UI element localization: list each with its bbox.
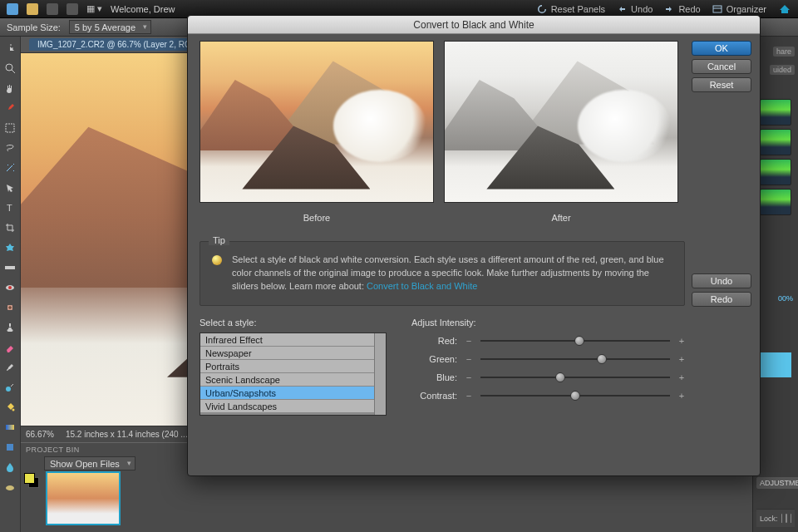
style-option[interactable]: Urban/Snapshots [200,387,386,400]
tip-text: Select a style of black and white conver… [232,254,672,293]
reset-button[interactable]: Reset [692,77,751,92]
minus-icon[interactable]: − [466,354,472,364]
print-icon[interactable] [66,3,78,15]
healing-tool-icon[interactable] [2,299,18,316]
style-option[interactable]: Vivid Landscapes [200,400,386,413]
svg-rect-4 [6,124,14,132]
project-bin-filter[interactable]: Show Open Files [44,456,135,470]
undo-button[interactable]: Undo [617,4,653,14]
style-option[interactable]: Infrared Effect [200,333,386,347]
layout-switch[interactable]: ▦ ▾ [86,3,102,14]
dialog-redo-button[interactable]: Redo [692,292,751,307]
sample-size-label: Sample Size: [7,22,61,32]
tip-link[interactable]: Convert to Black and White [367,281,477,291]
redeye-tool-icon[interactable] [2,279,18,296]
wand-tool-icon[interactable] [2,160,18,176]
layers-footer: Lock: [756,509,795,527]
plus-icon[interactable]: + [678,336,685,346]
blur-tool-icon[interactable] [2,459,18,475]
folder-icon[interactable] [27,3,38,15]
minus-icon[interactable]: − [466,391,472,401]
shape-tool-icon[interactable] [2,439,18,456]
style-option[interactable]: Scenic Landscape [200,373,386,387]
zoom-tool-icon[interactable] [2,60,18,76]
slider-label: Red: [411,336,457,346]
project-bin-thumb[interactable] [46,471,121,525]
style-option[interactable]: Newspaper [200,347,386,360]
effects-thumb[interactable] [760,99,791,126]
minus-icon[interactable]: − [466,372,472,382]
plus-icon[interactable]: + [678,391,685,401]
cancel-button[interactable]: Cancel [692,59,751,74]
gradient-tool-icon[interactable] [2,419,18,436]
ok-button[interactable]: OK [692,41,751,56]
slider-red: Red:−+ [411,336,685,346]
marquee-tool-icon[interactable] [2,120,18,136]
smart-brush-tool-icon[interactable] [2,379,18,396]
layer-thumb-active[interactable] [760,352,791,377]
effects-thumb[interactable] [760,189,791,215]
svg-rect-0 [713,6,722,12]
svg-rect-14 [7,444,13,451]
panel-tab-guided[interactable]: uided [770,65,795,75]
bucket-tool-icon[interactable] [2,399,18,416]
hand-tool-icon[interactable] [2,80,18,96]
slider-track[interactable] [480,392,670,399]
svg-line-3 [12,70,15,73]
plus-icon[interactable]: + [678,372,685,382]
type-tool-icon[interactable]: T [2,200,18,216]
dialog-undo-button[interactable]: Undo [692,273,751,288]
style-listbox[interactable]: Infrared EffectNewspaperPortraitsScenic … [200,332,387,416]
reset-panels-button[interactable]: Reset Panels [537,4,605,14]
organizer-button[interactable]: Organizer [712,4,766,14]
tip-box: Tip Select a style of black and white co… [200,241,685,306]
lock-pixels-icon[interactable] [781,514,783,523]
redo-button[interactable]: Redo [664,4,700,14]
slider-track[interactable] [480,337,670,344]
straighten-tool-icon[interactable] [2,259,18,276]
color-swatch[interactable] [24,473,39,488]
selection-tool-icon[interactable] [2,180,18,196]
eraser-tool-icon[interactable] [2,339,18,356]
clone-tool-icon[interactable] [2,319,18,336]
svg-rect-10 [9,323,11,327]
sample-size-dropdown[interactable]: 5 by 5 Average [69,20,151,34]
home-icon[interactable] [778,2,791,14]
lock-all-icon[interactable] [786,514,787,523]
lasso-tool-icon[interactable] [2,140,18,156]
sponge-tool-icon[interactable] [2,479,18,495]
plus-icon[interactable]: + [678,354,685,364]
app-icon [7,3,18,15]
preview-after: After [444,41,678,223]
slider-label: Contrast: [411,391,457,401]
minus-icon[interactable]: − [466,336,472,346]
panel-tab-share[interactable]: hare [773,47,795,57]
move-tool-icon[interactable] [2,40,18,57]
crop-tool-icon[interactable] [2,219,18,236]
save-icon[interactable] [47,3,58,15]
scrollbar[interactable] [374,333,386,415]
effects-thumb[interactable] [760,129,791,155]
preview-before-label: Before [200,203,434,223]
slider-thumb[interactable] [597,354,607,364]
tip-legend: Tip [209,235,229,245]
preview-after-label: After [444,203,678,223]
slider-green: Green:−+ [411,354,685,364]
eyedropper-tool-icon[interactable] [2,100,18,116]
effects-thumb[interactable] [760,159,791,185]
trash-icon[interactable] [791,514,792,523]
slider-track[interactable] [480,374,670,381]
slider-thumb[interactable] [555,372,565,382]
slider-thumb[interactable] [574,336,584,346]
slider-track[interactable] [480,356,670,362]
welcome-text: Welcome, Drew [111,4,175,14]
brush-tool-icon[interactable] [2,359,18,376]
intensity-label: Adjust Intensity: [411,318,685,328]
svg-point-15 [6,485,14,490]
zoom-level[interactable]: 66.67% [26,430,54,439]
adjustments-tab[interactable]: ADJUSTMENTS [756,477,798,489]
style-option[interactable]: Portraits [200,360,386,373]
slider-thumb[interactable] [570,391,580,401]
lock-label: Lock: [760,515,778,523]
cookie-cutter-tool-icon[interactable] [2,239,18,256]
